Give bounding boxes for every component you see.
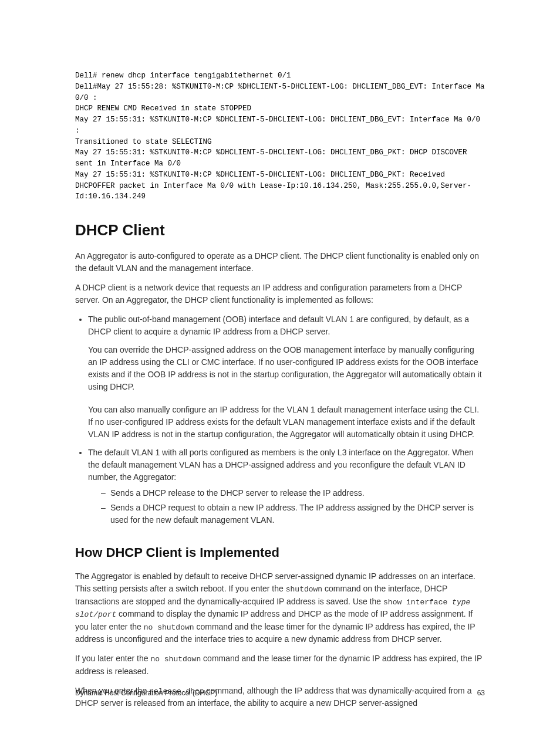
- dash-list: Sends a DHCP release to the DHCP server …: [88, 487, 485, 526]
- list-item-subparagraph: You can also manually configure an IP ad…: [88, 404, 485, 441]
- paragraph: The Aggregator is enabled by default to …: [75, 570, 485, 645]
- paragraph: An Aggregator is auto-configured to oper…: [75, 250, 485, 275]
- page-number: 63: [477, 688, 485, 698]
- inline-code: show interface: [383, 598, 452, 607]
- text-run: If you later enter the: [75, 654, 150, 663]
- list-item: Sends a DHCP request to obtain a new IP …: [101, 502, 485, 526]
- list-item-text: The default VLAN 1 with all ports config…: [88, 448, 474, 482]
- inline-code: no shutdown: [150, 655, 201, 664]
- list-item-subparagraph: You can override the DHCP-assigned addre…: [88, 344, 485, 393]
- bullet-list: The public out-of-band management (OOB) …: [75, 313, 485, 526]
- footer-title: Dynamic Host Configuration Protocol (DHC…: [75, 688, 217, 698]
- section-heading-dhcp-client: DHCP Client: [75, 219, 485, 242]
- list-item-text: The public out-of-band management (OOB) …: [88, 314, 469, 336]
- list-item: Sends a DHCP release to the DHCP server …: [101, 487, 485, 499]
- section-heading-implementation: How DHCP Client is Implemented: [75, 543, 485, 562]
- cli-output-block: Dell# renew dhcp interface tengigabiteth…: [75, 70, 485, 202]
- inline-code: no shutdown: [144, 623, 194, 632]
- inline-code: shutdown: [286, 585, 322, 594]
- list-item: The default VLAN 1 with all ports config…: [88, 447, 485, 526]
- paragraph: A DHCP client is a network device that r…: [75, 282, 485, 306]
- paragraph: If you later enter the no shutdown comma…: [75, 652, 485, 678]
- list-item: The public out-of-band management (OOB) …: [88, 313, 485, 441]
- page-footer: Dynamic Host Configuration Protocol (DHC…: [75, 688, 485, 698]
